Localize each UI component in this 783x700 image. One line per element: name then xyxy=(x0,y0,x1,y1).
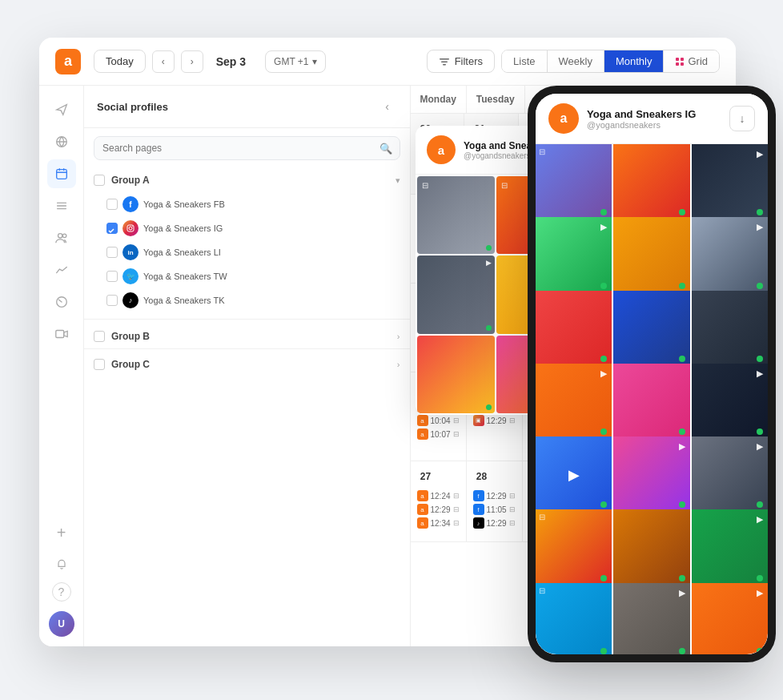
grid-item-13[interactable]: ▶ xyxy=(536,436,612,513)
group-b-checkbox[interactable] xyxy=(94,331,105,342)
prev-button[interactable]: ‹ xyxy=(152,50,175,73)
video-indicator: ▶ xyxy=(757,441,763,452)
nav-list[interactable] xyxy=(47,191,76,220)
nav-people[interactable] xyxy=(47,223,76,252)
post-badge: a xyxy=(417,415,428,426)
nav-globe[interactable] xyxy=(47,127,76,156)
grid-item-16[interactable]: ⊟ xyxy=(536,509,612,585)
profile-tk-name: Yoga & Sneakers TK xyxy=(143,296,400,305)
profile-ig-icon xyxy=(122,220,139,236)
group-a-checkbox[interactable] xyxy=(94,175,105,186)
tab-liste[interactable]: Liste xyxy=(502,50,547,72)
post-media-icon: ⊟ xyxy=(453,416,460,424)
post-media-icon: ⊟ xyxy=(453,505,460,513)
svg-rect-2 xyxy=(443,64,446,66)
app-logo: a xyxy=(55,49,81,74)
tab-grid[interactable]: Grid xyxy=(664,50,719,72)
profile-tk-icon: ♪ xyxy=(122,292,139,308)
sidebar-collapse-btn[interactable]: ‹ xyxy=(378,97,397,116)
nav-add[interactable]: + xyxy=(47,518,76,547)
video-indicator: ▶ xyxy=(757,588,763,598)
mobile-overlay: a Yoga and Sneakers IG @yogandsneakers ↓… xyxy=(528,86,776,662)
user-avatar[interactable]: U xyxy=(49,611,74,637)
next-button[interactable]: › xyxy=(181,50,203,73)
post-badge: ▣ xyxy=(473,415,484,426)
grid-item-1[interactable]: ⊟ xyxy=(536,144,612,220)
profile-fb[interactable]: f Yoga & Sneakers FB xyxy=(84,192,410,216)
sidebar-header: Social profiles ‹ xyxy=(84,86,410,128)
grid-item-19[interactable]: ⊟ xyxy=(536,583,612,654)
grid-item-11[interactable] xyxy=(613,364,689,440)
timezone-button[interactable]: GMT +1 ▾ xyxy=(265,50,325,73)
day-header-mon: Monday xyxy=(411,86,467,113)
post-time: 10:07 xyxy=(431,430,451,439)
nav-calendar[interactable] xyxy=(47,159,76,188)
grid-item-2[interactable] xyxy=(613,144,689,220)
mobile-profile-handle: @yogandsneakers xyxy=(587,120,729,130)
popup-grid-item-4[interactable]: ▶ xyxy=(417,255,495,333)
svg-rect-8 xyxy=(56,170,66,179)
today-button[interactable]: Today xyxy=(94,50,146,73)
grid-item-15[interactable]: ▶ xyxy=(692,436,768,513)
profile-tw-name: Yoga & Sneakers TW xyxy=(143,272,400,281)
video-indicator: ▶ xyxy=(757,149,763,159)
profile-tw[interactable]: 🐦 Yoga & Sneakers TW xyxy=(84,264,410,288)
grid-item-20[interactable]: ▶ xyxy=(613,583,689,654)
profile-tw-checkbox[interactable] xyxy=(106,271,118,282)
profile-tk-checkbox[interactable] xyxy=(106,295,118,306)
group-c-checkbox[interactable] xyxy=(94,359,105,370)
group-a-header[interactable]: Group A ▾ xyxy=(84,168,410,192)
view-tabs: Liste Weekly Monthly Grid xyxy=(501,50,720,73)
post-media-icon: ⊟ xyxy=(509,519,516,527)
left-nav: + ? U xyxy=(39,86,84,646)
grid-item-4[interactable]: ▶ xyxy=(536,217,612,293)
grid-item-6[interactable]: ▶ xyxy=(692,217,768,293)
profile-ig-checkbox[interactable] xyxy=(106,223,118,234)
mobile-download-btn[interactable]: ↓ xyxy=(729,106,755,131)
cell-28[interactable]: 28 f 12:29 ⊟ f 11:05 ⊟ xyxy=(467,461,523,541)
nav-video[interactable] xyxy=(47,320,76,348)
popup-grid-item-1[interactable]: ⊟ xyxy=(417,176,495,254)
grid-item-14[interactable]: ▶ xyxy=(613,436,689,513)
grid-item-18[interactable]: ▶ xyxy=(692,509,768,585)
post-badge: a xyxy=(417,428,428,440)
profile-fb-checkbox[interactable] xyxy=(106,199,118,210)
group-c-header[interactable]: Group C › xyxy=(84,348,410,376)
filters-button[interactable]: Filters xyxy=(427,50,495,73)
grid-item-8[interactable] xyxy=(613,291,689,367)
tab-monthly[interactable]: Monthly xyxy=(604,50,665,72)
profile-fb-icon: f xyxy=(122,196,139,212)
nav-send[interactable] xyxy=(47,95,76,124)
popup-grid-item-7[interactable] xyxy=(417,336,495,413)
cell-27[interactable]: 27 a 12:24 ⊟ a 12:29 ⊟ xyxy=(411,461,467,541)
profile-li-checkbox[interactable] xyxy=(106,247,118,258)
grid-item-12[interactable]: ▶ xyxy=(692,364,768,440)
grid-item-17[interactable] xyxy=(613,509,689,585)
post-20-2: a 10:04 ⊟ xyxy=(417,415,460,426)
group-a-label: Group A xyxy=(111,175,389,186)
search-icon: 🔍 xyxy=(379,143,392,155)
grid-item-5[interactable] xyxy=(613,217,689,293)
grid-item-7[interactable] xyxy=(536,291,612,367)
profile-ig[interactable]: Yoga & Sneakers IG xyxy=(84,216,410,240)
nav-help[interactable]: ? xyxy=(52,582,71,601)
date-28: 28 xyxy=(473,468,491,485)
tab-weekly[interactable]: Weekly xyxy=(548,50,604,72)
nav-bell[interactable] xyxy=(47,550,76,579)
profile-li[interactable]: in Yoga & Sneakers LI xyxy=(84,240,410,264)
profile-tw-icon: 🐦 xyxy=(122,268,139,284)
post-time: 12:29 xyxy=(431,505,451,514)
profile-tk[interactable]: ♪ Yoga & Sneakers TK xyxy=(84,288,410,312)
grid-item-10[interactable]: ▶ xyxy=(536,364,612,440)
group-b-label: Group B xyxy=(111,331,391,342)
group-b-header[interactable]: Group B › xyxy=(84,319,410,348)
grid-item-21[interactable]: ▶ xyxy=(692,583,768,654)
media-icon-1: ⊟ xyxy=(422,181,428,190)
video-indicator: ▶ xyxy=(600,368,607,379)
grid-item-3[interactable]: ▶ xyxy=(692,144,768,220)
grid-item-9[interactable] xyxy=(692,291,768,367)
group-a-chevron: ▾ xyxy=(396,175,400,186)
search-input[interactable] xyxy=(94,136,400,160)
nav-chart[interactable] xyxy=(47,255,76,284)
nav-gauge[interactable] xyxy=(47,288,76,316)
